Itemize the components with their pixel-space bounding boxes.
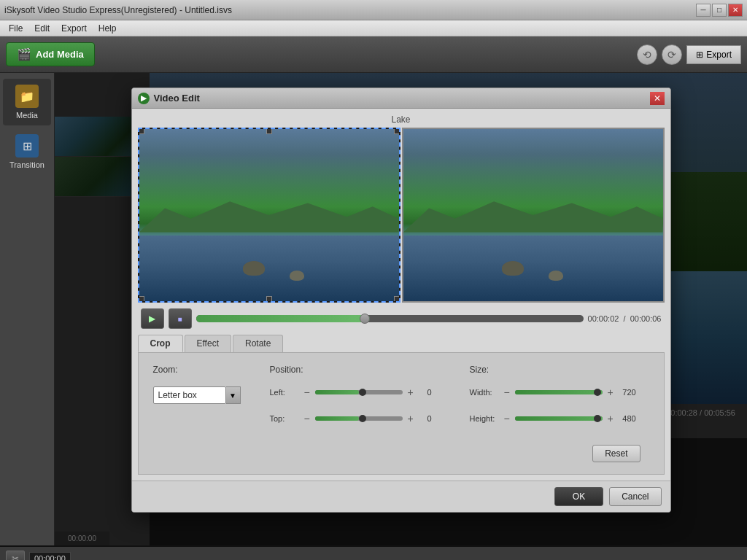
- top-slider[interactable]: [315, 416, 403, 421]
- add-media-label: Add Media: [36, 49, 84, 60]
- zoom-label: Zoom:: [153, 365, 241, 375]
- dialog-close-button[interactable]: ✕: [650, 92, 665, 105]
- sidebar: 📁 Media ⊞ Transition: [0, 73, 55, 545]
- height-plus-button[interactable]: +: [605, 413, 616, 424]
- progress-fill: [196, 315, 371, 322]
- progress-thumb[interactable]: [360, 314, 370, 324]
- handle-bl[interactable]: [139, 296, 144, 302]
- dialog-footer: OK Cancel: [132, 481, 670, 512]
- progress-bar[interactable]: [196, 315, 584, 322]
- film-icon: 🎬: [17, 47, 31, 61]
- size-label: Size:: [470, 365, 640, 375]
- timeline-area: ✂ 00:00:00 00:00:50 00:00:55 🎬 Bear: [0, 545, 747, 560]
- title-bar: iSkysoft Video Studio Express(Unregister…: [0, 0, 747, 20]
- export-label: Export: [706, 50, 732, 60]
- sidebar-item-transition[interactable]: ⊞ Transition: [3, 128, 51, 175]
- position-label: Position:: [270, 365, 441, 375]
- preview-scene-left: [139, 129, 399, 301]
- position-section: Position: Left: − + 0: [270, 365, 441, 430]
- handle-bm[interactable]: [266, 296, 272, 302]
- zoom-select-box[interactable]: Letter box: [153, 386, 226, 404]
- top-slider-thumb[interactable]: [359, 415, 366, 422]
- cancel-button[interactable]: Cancel: [609, 487, 661, 506]
- rock-4: [549, 271, 563, 281]
- top-label: Top:: [270, 414, 299, 423]
- tabs-row: Crop Effect Rotate: [138, 335, 665, 353]
- left-minus-button[interactable]: −: [302, 386, 312, 398]
- menu-file[interactable]: File: [3, 22, 28, 35]
- app-title: iSkysoft Video Studio Express(Unregister…: [4, 5, 232, 15]
- dialog-title: ▶ Video Edit: [138, 93, 200, 104]
- modal-overlay: ▶ Video Edit ✕ Lake: [55, 73, 747, 545]
- stop-button[interactable]: ■: [169, 308, 192, 329]
- transition-icon: ⊞: [15, 134, 39, 158]
- width-minus-button[interactable]: −: [502, 386, 512, 398]
- crop-row: Zoom: Letter box ▼: [153, 365, 649, 462]
- menu-export[interactable]: Export: [55, 22, 93, 35]
- handle-tr[interactable]: [394, 128, 400, 134]
- timeline-toolbar: ✂ 00:00:00: [0, 547, 747, 560]
- sidebar-item-media[interactable]: 📁 Media: [3, 79, 51, 125]
- handle-br[interactable]: [394, 296, 400, 302]
- top-plus-button[interactable]: +: [406, 413, 416, 424]
- handle-tm[interactable]: [266, 128, 272, 134]
- export-button[interactable]: ⊞ Export: [686, 45, 741, 64]
- size-section: Size: Width: − + 720: [470, 365, 640, 462]
- height-slider-fill: [515, 416, 603, 421]
- nav-forward-button[interactable]: ⟳: [662, 44, 682, 65]
- left-slider-thumb[interactable]: [359, 389, 366, 396]
- dialog-icon: ▶: [138, 93, 150, 104]
- reset-button[interactable]: Reset: [592, 445, 640, 462]
- height-label: Height:: [470, 414, 499, 423]
- preview-panels: [138, 128, 665, 303]
- width-slider[interactable]: [515, 390, 603, 394]
- nav-back-button[interactable]: ⟲: [637, 44, 657, 65]
- play-button[interactable]: ▶: [141, 308, 164, 329]
- top-slider-row: Top: − + 0: [270, 413, 441, 424]
- dialog-title-bar: ▶ Video Edit ✕: [132, 88, 670, 109]
- handle-tl[interactable]: [139, 128, 144, 134]
- playback-row: ▶ ■ 00:00:02 / 00:00:06: [138, 308, 665, 329]
- tab-crop[interactable]: Crop: [138, 335, 183, 352]
- timeline-time-display: 00:00:00: [29, 552, 71, 561]
- tab-rotate[interactable]: Rotate: [233, 335, 283, 352]
- width-slider-fill: [515, 390, 603, 394]
- height-slider[interactable]: [515, 416, 603, 421]
- tab-effect[interactable]: Effect: [185, 335, 231, 352]
- preview-panel-left[interactable]: [138, 128, 400, 303]
- export-icon: ⊞: [696, 50, 703, 60]
- reset-row: Reset: [470, 445, 640, 462]
- scissors-icon: ✂: [12, 553, 19, 561]
- width-slider-row: Width: − + 720: [470, 386, 640, 398]
- left-slider-fill: [315, 390, 359, 394]
- zoom-select-arrow[interactable]: ▼: [226, 386, 241, 404]
- width-slider-thumb[interactable]: [594, 389, 601, 396]
- height-minus-button[interactable]: −: [502, 413, 512, 424]
- menu-edit[interactable]: Edit: [28, 22, 55, 35]
- height-slider-thumb[interactable]: [594, 415, 601, 422]
- height-slider-row: Height: − + 480: [470, 413, 640, 424]
- main-area: 📁 Media ⊞ Transition 00:00:28 / 00:05:56…: [0, 73, 747, 545]
- stop-icon: ■: [177, 315, 182, 323]
- width-value: 720: [619, 388, 640, 397]
- minimize-button[interactable]: ─: [696, 4, 711, 17]
- left-plus-button[interactable]: +: [406, 386, 416, 398]
- scissors-button[interactable]: ✂: [6, 551, 25, 561]
- menu-bar: File Edit Export Help: [0, 20, 747, 36]
- preview-panel-right[interactable]: [402, 128, 665, 303]
- rock-2: [290, 271, 304, 281]
- dialog-content: Lake: [132, 109, 670, 481]
- width-plus-button[interactable]: +: [605, 386, 616, 398]
- height-value: 480: [619, 414, 640, 423]
- menu-help[interactable]: Help: [93, 22, 123, 35]
- maximize-button[interactable]: □: [712, 4, 727, 17]
- zoom-section: Zoom: Letter box ▼: [153, 365, 241, 404]
- ok-button[interactable]: OK: [554, 487, 603, 506]
- crop-panel: Zoom: Letter box ▼: [138, 353, 665, 475]
- toolbar: 🎬 Add Media ⟲ ⟳ ⊞ Export: [0, 36, 747, 73]
- close-button[interactable]: ✕: [728, 4, 743, 17]
- top-minus-button[interactable]: −: [302, 413, 312, 424]
- add-media-button[interactable]: 🎬 Add Media: [6, 42, 95, 66]
- zoom-select: Letter box ▼: [153, 386, 241, 404]
- left-slider[interactable]: [315, 390, 403, 394]
